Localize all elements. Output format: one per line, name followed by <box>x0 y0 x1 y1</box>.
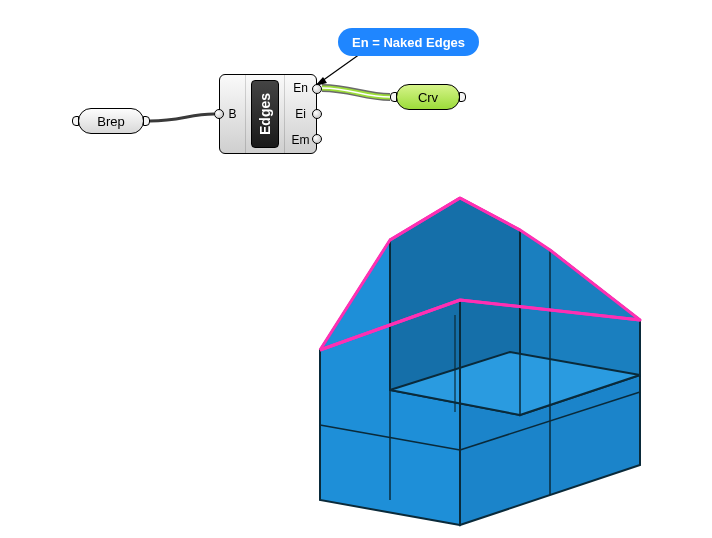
component-name: Edges <box>257 93 273 135</box>
annotation-bubble: En = Naked Edges <box>338 28 479 56</box>
brep-preview-svg <box>260 180 690 530</box>
component-center: Edges <box>246 75 284 153</box>
param-brep-label: Brep <box>97 114 124 129</box>
port-label-B: B <box>228 107 236 121</box>
port-label-Ei: Ei <box>295 107 306 121</box>
port-label-En: En <box>293 81 308 95</box>
param-brep-input-nub[interactable] <box>72 116 79 126</box>
svg-line-0 <box>315 54 360 86</box>
annotation-text: En = Naked Edges <box>352 35 465 50</box>
param-crv-output-nub[interactable] <box>459 92 466 102</box>
port-nub-Ei[interactable] <box>312 109 322 119</box>
port-label-Em: Em <box>292 133 310 147</box>
port-nub-Em[interactable] <box>312 134 322 144</box>
grasshopper-canvas[interactable]: Brep B Edges En Ei Em Crv En = Naked Edg… <box>0 0 712 538</box>
param-crv-label: Crv <box>418 90 438 105</box>
port-nub-B[interactable] <box>214 109 224 119</box>
param-crv-input-nub[interactable] <box>390 92 397 102</box>
component-name-block: Edges <box>251 80 279 148</box>
component-edges[interactable]: B Edges En Ei Em <box>219 74 317 154</box>
param-crv[interactable]: Crv <box>396 84 460 110</box>
port-nub-En[interactable] <box>312 84 322 94</box>
param-brep-output-nub[interactable] <box>143 116 150 126</box>
rhino-viewport-preview <box>260 180 690 530</box>
param-brep[interactable]: Brep <box>78 108 144 134</box>
